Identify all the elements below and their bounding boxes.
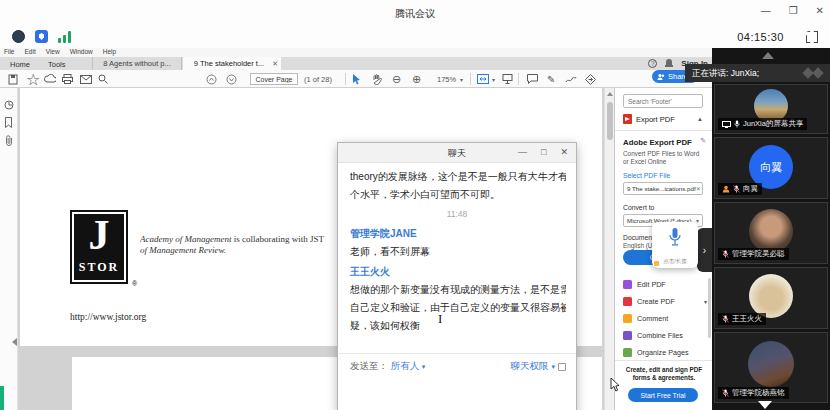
page-number-input[interactable]	[250, 73, 298, 85]
create-pdf-tool[interactable]: Create PDF ▾	[623, 295, 707, 308]
chevron-up-icon[interactable]: ▲	[697, 116, 703, 122]
push-to-talk-overlay[interactable]: 点击/长按	[652, 222, 698, 268]
attachments-icon[interactable]	[4, 132, 14, 150]
panel-search-input[interactable]	[623, 94, 703, 108]
star-icon[interactable]: ☆	[26, 72, 40, 86]
find-icon[interactable]	[98, 72, 108, 86]
chat-footer: 发送至： 所有人 ▾ 聊天权限 ▾	[338, 353, 576, 375]
document-scrollbar[interactable]	[604, 88, 614, 410]
jstor-url: http://www.jstor.org	[70, 312, 146, 322]
menu-help[interactable]: Help	[103, 48, 116, 57]
participant-tile[interactable]: JunXia的屏幕共享	[714, 84, 828, 134]
combine-files-tool[interactable]: Combine Files	[623, 329, 707, 342]
fill-sign-icon[interactable]	[565, 72, 577, 86]
previous-view-icon[interactable]	[206, 72, 217, 86]
selected-file-box[interactable]: 9 The stake...ications.pdf ✕	[623, 182, 703, 195]
tab-close-icon[interactable]: ✕	[272, 57, 278, 70]
participant-tile[interactable]: 王王火火	[714, 267, 828, 329]
participant-tile[interactable]: 管理学院杨燕铭	[714, 332, 828, 403]
fit-width-icon[interactable]	[477, 72, 489, 86]
menu-file[interactable]: File	[4, 48, 14, 57]
participant-tile[interactable]: 管理学院吴必聪	[714, 202, 828, 264]
panel-scrollbar[interactable]	[708, 278, 711, 338]
send-to-select[interactable]: 所有人	[391, 360, 420, 371]
bookmarks-icon[interactable]	[4, 114, 13, 132]
chat-message-line: 疑，该如何权衡	[350, 319, 566, 333]
collapse-rail-icon[interactable]	[12, 338, 17, 346]
chat-maximize-icon[interactable]: □	[541, 147, 546, 157]
remove-file-icon[interactable]: ✕	[696, 185, 701, 192]
meeting-titlebar: 腾讯会议 — ❐ ✕	[0, 0, 830, 28]
send-track-icon[interactable]	[585, 72, 596, 86]
scroll-up-icon[interactable]	[607, 92, 613, 96]
thumbnails-icon[interactable]	[4, 96, 14, 114]
organize-pages-tool[interactable]: Organize Pages	[623, 346, 707, 359]
mic-muted-icon	[722, 250, 729, 258]
fullscreen-icon[interactable]	[806, 31, 818, 43]
avatar	[748, 341, 794, 387]
chat-message-line: 自己定义和验证，由于自己定义的变量又很容易被质	[350, 301, 566, 315]
avatar	[749, 274, 793, 318]
menu-view[interactable]: View	[46, 48, 60, 57]
organize-pages-icon	[623, 348, 632, 357]
collaboration-text: Academy of Management is collaborating w…	[140, 234, 370, 256]
maximize-icon[interactable]: ❐	[789, 5, 798, 16]
pencil-icon[interactable]: ✎	[547, 72, 555, 86]
mouse-cursor	[610, 378, 620, 392]
popout-icon[interactable]	[558, 363, 566, 371]
chat-titlebar[interactable]: 聊天 — □ ✕	[338, 143, 576, 163]
screen-share-icon	[722, 121, 731, 128]
close-icon[interactable]: ✕	[816, 5, 824, 16]
comment-icon[interactable]	[527, 72, 538, 86]
chat-permission-button[interactable]: 聊天权限	[510, 360, 548, 373]
select-tool-icon[interactable]	[352, 72, 361, 86]
zoom-level[interactable]: 175%	[437, 75, 456, 84]
scrollbar-thumb[interactable]	[607, 102, 613, 140]
scroll-down-icon[interactable]	[758, 401, 772, 409]
edit-pdf-tool[interactable]: Edit PDF	[623, 278, 707, 291]
participant-tile[interactable]: 向翼 向翼	[714, 137, 828, 199]
collapse-panel-icon[interactable]	[762, 52, 774, 59]
next-view-icon[interactable]	[226, 72, 237, 86]
tab-tools[interactable]: Tools	[48, 60, 66, 69]
zoom-in-icon[interactable]: ⊕	[412, 72, 421, 86]
print-icon[interactable]	[62, 72, 73, 86]
save-icon[interactable]	[8, 72, 18, 86]
meeting-infobar: 04:15:30	[0, 28, 830, 48]
app-circle-icon[interactable]	[12, 30, 25, 43]
tab-home[interactable]: Home	[10, 60, 30, 69]
fit-caret-icon[interactable]: ▾	[492, 72, 495, 86]
shield-icon[interactable]	[35, 30, 48, 43]
start-free-trial-button[interactable]: Start Free Trial	[628, 388, 698, 402]
comment-tool[interactable]: Comment	[623, 312, 707, 325]
display-mode-icon[interactable]	[502, 72, 513, 86]
acrobat-tabbar: Home Tools 8 Agents without p... 9 The s…	[0, 57, 712, 70]
menu-window[interactable]: Window	[70, 48, 93, 57]
screen: 腾讯会议 — ❐ ✕ 04:15:30 File Edit View Windo…	[0, 0, 830, 410]
mail-icon[interactable]	[80, 72, 92, 86]
expand-sidebar-handle[interactable]: ›	[697, 228, 712, 272]
chat-message-line: 个水平，学术小白可望而不可即。	[350, 188, 566, 202]
acrobat-toolbar: ☆ (1 of 28) ⊖ ⊕ 175% ▾ ▾ ✎	[0, 70, 712, 88]
chevron-down-icon[interactable]: ▾	[704, 298, 707, 305]
doc-tab-agents[interactable]: 8 Agents without p...	[92, 57, 182, 70]
export-pdf-header[interactable]: Export PDF ▲	[623, 114, 703, 124]
hand-tool-icon[interactable]	[372, 72, 382, 86]
logo-diamond-icon	[812, 67, 823, 78]
zoom-out-icon[interactable]: ⊖	[392, 72, 401, 86]
menu-edit[interactable]: Edit	[24, 48, 35, 57]
chat-close-icon[interactable]: ✕	[560, 147, 568, 157]
cloud-upload-icon[interactable]	[44, 72, 56, 86]
help-icon[interactable]: ?	[648, 59, 657, 68]
participant-name: 管理学院吴必聪	[732, 249, 785, 259]
doc-tab-stakeholder[interactable]: 9 The stakeholder t... ✕	[183, 57, 281, 70]
minimize-icon[interactable]: —	[761, 5, 771, 16]
chevron-down-icon[interactable]: ▾	[551, 363, 555, 371]
chevron-down-icon[interactable]: ▾	[422, 363, 426, 370]
chat-minimize-icon[interactable]: —	[518, 147, 527, 157]
speaking-banner: 正在讲话: JunXia;	[685, 64, 830, 82]
stats-bars-icon[interactable]	[58, 31, 72, 43]
page-count: (1 of 28)	[304, 75, 332, 84]
zoom-caret-icon[interactable]: ▾	[460, 72, 463, 86]
notifications-icon[interactable]	[665, 59, 673, 68]
